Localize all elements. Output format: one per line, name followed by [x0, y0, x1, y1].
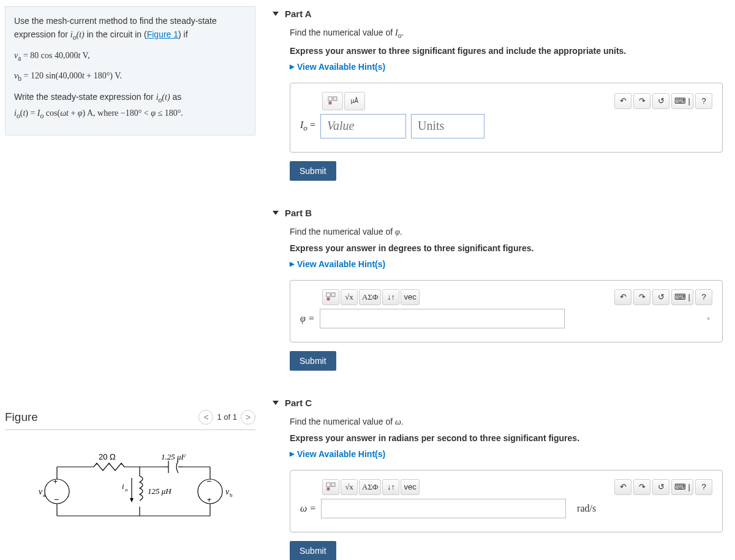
- keyboard-button[interactable]: ⌨ |: [671, 289, 693, 305]
- keyboard-button[interactable]: ⌨ |: [671, 93, 693, 109]
- capacitor-label: 1.25 μF: [161, 452, 187, 461]
- question-text: Find the numerical value of Io.: [290, 28, 723, 40]
- redo-button[interactable]: ↷: [633, 93, 650, 109]
- io-symbol: io(t): [156, 93, 170, 102]
- svg-text:+: +: [53, 477, 58, 486]
- figure-link[interactable]: Figure 1: [147, 29, 178, 39]
- answer-area-c: √x ΑΣΦ ↓↑ vec ↶ ↷ ↺ ⌨ | ? ω = rad/s: [290, 470, 723, 532]
- subscript-button[interactable]: ↓↑: [382, 479, 399, 495]
- value-input[interactable]: [320, 114, 406, 138]
- redo-button[interactable]: ↷: [633, 289, 650, 305]
- instruction-text: Express your answer in radians per secon…: [290, 433, 723, 443]
- svg-text:b: b: [230, 492, 233, 498]
- problem-statement: Use the mesh-current method to find the …: [5, 6, 255, 135]
- undo-button[interactable]: ↶: [614, 93, 631, 109]
- answer-area-a: μÅ ↶ ↷ ↺ ⌨ | ? Io =: [290, 83, 723, 153]
- submit-button[interactable]: Submit: [290, 541, 336, 560]
- svg-text:−: −: [54, 494, 59, 504]
- va-label: v: [39, 487, 43, 496]
- equation-va: va = 80 cos 40,000t V,: [14, 49, 246, 64]
- answer-label: φ =: [300, 313, 315, 324]
- unit-suffix: rad/s: [577, 503, 596, 514]
- equation-vb: vb = 120 sin(40,000t + 180°) V.: [14, 69, 246, 85]
- degree-mark: °: [707, 316, 710, 324]
- collapse-icon[interactable]: [273, 211, 279, 215]
- svg-rect-29: [326, 483, 330, 486]
- svg-rect-24: [333, 97, 337, 100]
- sqrt-button[interactable]: √x: [341, 479, 358, 495]
- vector-button[interactable]: vec: [401, 479, 419, 495]
- io-symbol: io(t): [70, 30, 85, 39]
- answer-area-b: √x ΑΣΦ ↓↑ vec ↶ ↷ ↺ ⌨ | ? φ = °: [290, 280, 723, 342]
- units-button[interactable]: μÅ: [344, 92, 365, 110]
- question-text: Find the numerical value of φ.: [290, 227, 723, 237]
- value-input[interactable]: [321, 499, 566, 518]
- value-input[interactable]: [320, 309, 565, 328]
- part-title: Part C: [285, 398, 312, 408]
- problem-text: as: [172, 92, 181, 102]
- help-button[interactable]: ?: [695, 289, 712, 305]
- part-title: Part B: [285, 208, 312, 218]
- circuit-diagram: + − − + 20 Ω: [26, 448, 235, 528]
- svg-text:+: +: [207, 496, 211, 504]
- hints-toggle[interactable]: View Available Hint(s): [290, 259, 723, 269]
- templates-button[interactable]: [322, 92, 343, 110]
- reset-button[interactable]: ↺: [652, 479, 669, 495]
- undo-button[interactable]: ↶: [614, 479, 631, 495]
- redo-button[interactable]: ↷: [633, 479, 650, 495]
- vector-button[interactable]: vec: [401, 289, 419, 305]
- vb-label: v: [225, 487, 230, 496]
- svg-rect-25: [329, 102, 331, 104]
- submit-button[interactable]: Submit: [290, 161, 336, 181]
- greek-button[interactable]: ΑΣΦ: [359, 479, 381, 495]
- question-text: Find the numerical value of ω.: [290, 417, 723, 427]
- svg-text:o: o: [125, 486, 128, 493]
- svg-rect-26: [326, 293, 330, 297]
- part-title: Part A: [285, 9, 312, 19]
- problem-text: ) if: [178, 29, 188, 39]
- svg-text:a: a: [43, 492, 45, 498]
- answer-label: Io =: [300, 119, 315, 133]
- svg-rect-30: [331, 483, 335, 486]
- figure-next-button[interactable]: >: [241, 410, 255, 425]
- reset-button[interactable]: ↺: [652, 93, 669, 109]
- inductor-label: 125 μH: [148, 486, 172, 496]
- svg-rect-27: [331, 293, 335, 297]
- reset-button[interactable]: ↺: [652, 289, 669, 305]
- sqrt-button[interactable]: √x: [341, 289, 358, 305]
- equation-form: io(t) = Io cos(ωt + φ) A, where −180° < …: [14, 108, 183, 118]
- instruction-text: Express your answer in degrees to three …: [290, 243, 723, 253]
- svg-rect-23: [328, 97, 332, 100]
- hints-toggle[interactable]: View Available Hint(s): [290, 62, 723, 72]
- keyboard-button[interactable]: ⌨ |: [671, 479, 693, 495]
- svg-rect-31: [327, 488, 330, 490]
- greek-button[interactable]: ΑΣΦ: [359, 289, 381, 305]
- figure-counter: 1 of 1: [217, 412, 237, 422]
- hints-toggle[interactable]: View Available Hint(s): [290, 449, 723, 459]
- submit-button[interactable]: Submit: [290, 351, 336, 371]
- answer-label: ω =: [300, 503, 316, 514]
- svg-text:−: −: [206, 476, 211, 486]
- subscript-button[interactable]: ↓↑: [382, 289, 399, 305]
- templates-button[interactable]: [322, 289, 339, 305]
- figure-prev-button[interactable]: <: [198, 410, 213, 425]
- io-label: i: [122, 482, 124, 491]
- resistor-label: 20 Ω: [99, 452, 116, 461]
- collapse-icon[interactable]: [273, 401, 279, 405]
- problem-text: in the circuit in (: [87, 29, 147, 39]
- help-button[interactable]: ?: [695, 479, 712, 495]
- problem-text: Write the steady-state expression for: [14, 92, 156, 102]
- collapse-icon[interactable]: [273, 12, 279, 16]
- units-input[interactable]: [411, 114, 484, 138]
- templates-button[interactable]: [322, 479, 339, 495]
- instruction-text: Express your answer to three significant…: [290, 46, 723, 56]
- undo-button[interactable]: ↶: [614, 289, 631, 305]
- help-button[interactable]: ?: [695, 93, 712, 109]
- figure-title: Figure: [5, 411, 38, 424]
- svg-rect-28: [327, 298, 330, 300]
